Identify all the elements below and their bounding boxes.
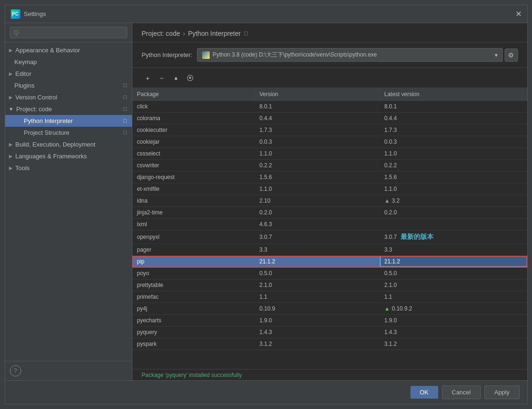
table-row[interactable]: click 8.0.1 8.0.1 [132,101,527,113]
table-row[interactable]: prettytable 2.1.0 2.1.0 [132,279,527,291]
main-header: Project: code › Python Interpreter ☐ [132,23,527,42]
pkg-latest: 1.9.0 [380,315,527,326]
pkg-version: 21.1.2 [255,256,380,267]
col-version: Version [255,88,380,100]
table-row[interactable]: pyspark 3.1.2 3.1.2 [132,338,527,350]
pkg-version: 4.6.3 [255,219,380,230]
pkg-latest: 2.1.0 [380,279,527,291]
pkg-name: csvwriter [132,160,255,171]
pkg-version: 3.1.2 [255,338,380,350]
sidebar-item-appearance[interactable]: ▶ Appearance & Behavior [5,44,132,56]
sidebar-item-keymap[interactable]: Keymap [5,56,132,68]
remove-package-button[interactable]: − [156,72,168,84]
sidebar-item-version-control[interactable]: ▶ Version Control ☐ [5,91,132,103]
add-package-button[interactable]: + [142,72,154,84]
ok-button[interactable]: OK [410,386,438,399]
table-row[interactable]: openpyxl 3.0.7 3.0.7 最新的版本 [132,230,527,244]
cancel-button[interactable]: Cancel [442,385,481,399]
sidebar-item-label: Project: code [16,106,123,113]
interpreter-select[interactable]: Python 3.8 (code) D:\大三下\python\code\ven… [197,48,502,62]
pkg-name: cssselect [132,148,255,159]
pkg-name: poyo [132,268,255,279]
sidebar-item-editor[interactable]: ▶ Editor [5,68,132,80]
sidebar-item-label: Version Control [16,94,123,101]
table-row[interactable]: pyecharts 1.9.0 1.9.0 [132,315,527,327]
sidebar-item-label: Python Interpreter [24,117,123,124]
breadcrumb-current: Python Interpreter [188,30,241,37]
close-button[interactable]: ✕ [516,10,522,18]
table-row[interactable]: django-request 1.5.6 1.5.6 [132,172,527,183]
pkg-latest: 8.0.1 [380,101,527,112]
table-row-pip[interactable]: pip 21.1.2 21.1.2 [132,256,527,268]
table-row[interactable]: pyquery 1.4.3 1.4.3 [132,327,527,338]
sidebar-item-build-execution[interactable]: ▶ Build, Execution, Deployment [5,139,132,150]
pkg-latest: 0.5.0 [380,268,527,279]
badge-icon: ☐ [123,130,127,135]
dialog-title: Settings [24,10,46,17]
pkg-name: django-request [132,172,255,183]
table-row[interactable]: lxml 4.6.3 [132,219,527,230]
interpreter-label: Python Interpreter: [142,51,193,58]
upgrade-arrow-icon: ▲ [385,305,390,312]
table-row[interactable]: primefac 1.1 1.1 [132,291,527,303]
sidebar-item-project-structure[interactable]: Project Structure ☐ [5,127,132,139]
sidebar-item-label: Languages & Frameworks [16,153,127,160]
table-header: Package Version Latest version [132,88,527,101]
table-row[interactable]: jinja2-time 0.2.0 0.2.0 [132,207,527,219]
pkg-name: colorama [132,113,255,124]
sidebar-item-plugins[interactable]: Plugins ☐ [5,80,132,91]
sidebar-item-python-interpreter[interactable]: Python Interpreter ☐ [5,115,132,127]
sidebar-item-languages-frameworks[interactable]: ▶ Languages & Frameworks [5,150,132,162]
pkg-name: click [132,101,255,112]
pkg-name: py4j [132,303,255,314]
col-package: Package [132,88,255,100]
sidebar-item-project-code[interactable]: ▼ Project: code ☐ [5,103,132,115]
sidebar-search-wrap [5,23,132,42]
pkg-latest: 1.1.0 [380,148,527,159]
sidebar-item-label: Keymap [15,58,127,65]
pkg-latest: 0.0.3 [380,136,527,147]
pkg-version: 1.7.3 [255,124,380,136]
title-bar-left: PC Settings [11,9,46,19]
arrow-icon: ▶ [9,48,13,53]
main-panel: Project: code › Python Interpreter ☐ Pyt… [132,23,527,380]
arrow-icon: ▶ [9,154,13,159]
sidebar-item-label: Tools [16,164,127,172]
packages-table: Package Version Latest version click 8.0… [132,88,527,369]
table-row[interactable]: poyo 0.5.0 0.5.0 [132,268,527,279]
pkg-version: 1.4.3 [255,327,380,338]
table-row[interactable]: et-xmlfile 1.1.0 1.1.0 [132,183,527,195]
pkg-name: pyspark [132,338,255,350]
table-row[interactable]: cookiejar 0.0.3 0.0.3 [132,136,527,148]
pkg-latest: 0.4.4 [380,113,527,124]
col-latest: Latest version [380,88,527,100]
table-row[interactable]: csvwriter 0.2.2 0.2.2 [132,160,527,172]
search-input[interactable] [10,27,127,38]
table-row[interactable]: py4j 0.10.9 ▲0.10.9.2 [132,303,527,315]
apply-button[interactable]: Apply [484,385,520,399]
table-row[interactable]: cssselect 1.1.0 1.1.0 [132,148,527,160]
table-row[interactable]: colorama 0.4.4 0.4.4 [132,113,527,124]
table-row[interactable]: idna 2.10 ▲3.2 [132,195,527,207]
help-button[interactable]: ? [10,365,21,376]
sidebar-item-label: Plugins [15,82,123,89]
pkg-name: prettytable [132,279,255,291]
sidebar-item-tools[interactable]: ▶ Tools [5,162,132,174]
badge-icon: ☐ [123,83,127,88]
title-bar: PC Settings ✕ [5,5,527,23]
pkg-version: 0.2.2 [255,160,380,171]
table-row[interactable]: cookiecutter 1.7.3 1.7.3 [132,124,527,136]
arrow-icon: ▶ [9,165,13,171]
sidebar-item-label: Appearance & Behavior [16,47,127,54]
breadcrumb-project: Project: code [142,30,180,37]
up-package-button[interactable]: ▲ [170,72,182,84]
pkg-name: et-xmlfile [132,183,255,195]
package-toolbar: + − ▲ ⦿ [132,68,527,88]
app-logo: PC [11,9,20,19]
interpreter-gear-button[interactable]: ⚙ [505,49,518,62]
show-paths-button[interactable]: ⦿ [184,72,196,84]
table-row[interactable]: pager 3.3 3.3 [132,244,527,256]
sidebar-bottom: ? [5,361,132,380]
sidebar-item-label: Editor [16,70,127,77]
pkg-latest: 21.1.2 [380,256,527,267]
